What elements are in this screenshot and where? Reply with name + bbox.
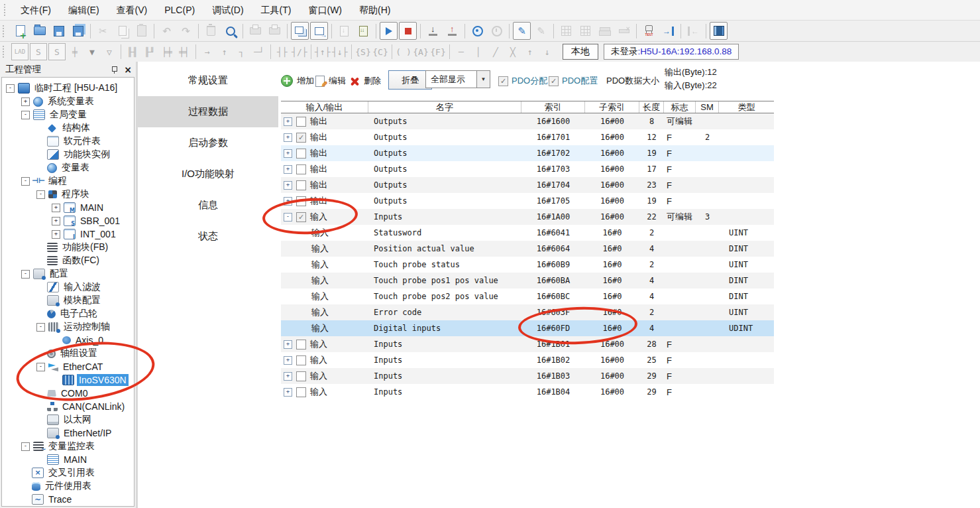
edit-pdo-button[interactable]: 编辑	[315, 75, 346, 87]
pdo-checkbox[interactable]	[296, 149, 306, 159]
pdo-row-6041[interactable]: 输入Statusword16#604116#02UINT	[281, 225, 774, 241]
expand-icon[interactable]: +	[284, 388, 292, 397]
tree-item-软元件表[interactable]: 软元件表	[2, 135, 134, 148]
pdo-row-1B01[interactable]: +输入Inputs16#1B0116#0028F	[281, 336, 774, 352]
tree-item-Axis-0[interactable]: Axis_0	[2, 334, 134, 347]
pdo-row-1702[interactable]: +输出Outputs16#170216#0019F	[281, 145, 774, 161]
pdo-checkbox[interactable]	[296, 196, 306, 206]
tree-item-Trace[interactable]: ~Trace	[2, 493, 134, 506]
run-icon[interactable]	[380, 22, 398, 40]
pdo-checkbox[interactable]: ✓	[296, 133, 306, 143]
tree-item-轴组设置[interactable]: 轴组设置	[2, 347, 134, 360]
tree-item-MAIN[interactable]: +MAIN	[2, 201, 134, 214]
expand-icon[interactable]: +	[284, 181, 292, 190]
tree-item-EtherCAT[interactable]: -EtherCAT	[2, 360, 134, 373]
pdo-row-1701[interactable]: +✓输出Outputs16#170116#0012F2	[281, 129, 774, 145]
menu-item-4[interactable]: 调试(D)	[203, 1, 252, 20]
collapse-icon[interactable]: -	[21, 177, 30, 186]
menu-item-3[interactable]: PLC(P)	[156, 1, 203, 20]
pdo-row-1A00[interactable]: -✓输入Inputs16#1A0016#0022可编辑3	[281, 209, 774, 225]
tree-item-MAIN[interactable]: MAIN	[2, 453, 134, 466]
column-header-6[interactable]: SM	[696, 101, 719, 113]
menu-item-2[interactable]: 查看(V)	[108, 1, 156, 20]
pin-icon[interactable]	[111, 66, 117, 74]
expand-icon[interactable]: +	[284, 356, 292, 365]
expand-icon[interactable]: +	[284, 117, 292, 126]
add-pdo-button[interactable]: 增加	[281, 75, 314, 87]
close-icon[interactable]: ×	[124, 65, 132, 74]
pdo-assign-checkbox[interactable]: ✓ PDO分配	[498, 75, 547, 87]
delete-pdo-button[interactable]: 删除	[350, 75, 381, 87]
download-icon[interactable]	[424, 22, 442, 40]
expand-icon[interactable]: +	[284, 133, 292, 142]
tree-item-临时工程-H5U-A16-[interactable]: -临时工程 [H5U-A16]	[2, 82, 134, 95]
tree-item-结构体[interactable]: 结构体	[2, 121, 134, 135]
tree-item-EtherNet-IP[interactable]: EtherNet/IP	[2, 426, 134, 440]
pdo-row-1705[interactable]: +输出Outputs16#170516#0019F	[281, 193, 774, 209]
tree-item-功能块实例[interactable]: 功能块实例	[2, 148, 134, 161]
pdo-checkbox[interactable]	[296, 180, 306, 190]
tab-信息[interactable]: 信息	[138, 190, 278, 221]
chevron-down-icon[interactable]: ▼	[476, 71, 490, 88]
collapse-icon[interactable]: -	[6, 84, 15, 93]
tree-item-函数-FC-[interactable]: 函数(FC)	[2, 254, 134, 267]
menu-item-5[interactable]: 工具(T)	[252, 1, 300, 20]
expand-icon[interactable]: +	[21, 97, 30, 106]
expand-icon[interactable]: +	[284, 340, 292, 349]
tree-item-CAN-CANLink-[interactable]: CAN(CANLink)	[2, 400, 134, 413]
local-mode-button[interactable]: 本地	[563, 44, 598, 60]
pdo-row-60B9[interactable]: 输入Touch probe status16#60B916#02UINT	[281, 257, 774, 273]
stop-icon[interactable]	[399, 22, 417, 40]
tab-状态[interactable]: 状态	[138, 221, 278, 252]
tree-item-程序块[interactable]: -程序块	[2, 188, 134, 201]
compile-all-icon[interactable]	[354, 22, 372, 40]
tree-item-SBR-001[interactable]: +SBR_001	[2, 214, 134, 227]
tab-常规设置[interactable]: 常规设置	[138, 65, 278, 96]
tree-item-配置[interactable]: -配置	[2, 267, 134, 281]
tree-item-INT-001[interactable]: +INT_001	[2, 227, 134, 241]
pdo-checkbox[interactable]	[296, 387, 306, 397]
pdo-row-1B03[interactable]: +输入Inputs16#1B0316#0029F	[281, 368, 774, 384]
menu-item-7[interactable]: 帮助(H)	[351, 1, 399, 20]
expand-icon[interactable]: +	[284, 197, 292, 206]
pdo-row-1B04[interactable]: +输入Inputs16#1B0416#0029F	[281, 384, 774, 400]
tab-I/O功能映射[interactable]: I/O功能映射	[138, 159, 278, 190]
collapse-icon[interactable]: -	[21, 442, 30, 451]
column-header-7[interactable]: 类型	[719, 101, 774, 113]
expand-icon[interactable]: +	[52, 230, 60, 239]
expand-icon[interactable]: +	[284, 149, 292, 158]
tree-item-变量表[interactable]: 变量表	[2, 161, 134, 174]
save-icon[interactable]	[50, 22, 68, 40]
column-header-2[interactable]: 索引	[521, 101, 585, 113]
column-header-0[interactable]: 输入/输出	[281, 101, 368, 113]
upload-icon[interactable]	[443, 22, 461, 40]
open-project-icon[interactable]	[30, 22, 48, 40]
expand-icon[interactable]: +	[284, 165, 292, 174]
pdo-row-60FD[interactable]: 输入Digital inputs16#60FD16#04UDINT	[281, 320, 774, 336]
tree-item-以太网[interactable]: 以太网	[2, 413, 134, 426]
pdo-row-1704[interactable]: +输出Outputs16#170416#0023F	[281, 177, 774, 193]
collapse-icon[interactable]: -	[21, 111, 30, 119]
column-header-4[interactable]: 长度	[639, 101, 664, 113]
pdo-checkbox[interactable]	[296, 355, 306, 365]
pdo-row-1B02[interactable]: +输入Inputs16#1B0216#0025F	[281, 352, 774, 368]
pdo-checkbox[interactable]	[296, 340, 306, 349]
monitor-icon[interactable]	[468, 22, 486, 40]
online-edit-icon[interactable]: ✎	[513, 22, 531, 40]
save-all-icon[interactable]	[69, 22, 87, 40]
display-filter-dropdown[interactable]: 全部显示 ▼	[425, 70, 490, 88]
collapse-icon[interactable]: -	[36, 363, 45, 371]
collapse-icon[interactable]: -	[21, 270, 30, 279]
search-icon[interactable]	[221, 22, 239, 40]
tree-item-输入滤波[interactable]: 输入滤波	[2, 281, 134, 294]
pdo-row-60BA[interactable]: 输入Touch probe pos1 pos value16#60BA16#04…	[281, 273, 774, 288]
pdo-row-1600[interactable]: +输出Outputs16#160016#008可编辑	[281, 113, 774, 129]
login-status[interactable]: 未登录:H5U-16A:192.168.0.88	[604, 44, 739, 60]
tree-item-模块配置[interactable]: 模块配置	[2, 294, 134, 307]
pdo-checkbox[interactable]	[296, 164, 306, 174]
pdo-checkbox[interactable]: ✓	[296, 212, 306, 222]
window-export-icon[interactable]	[310, 22, 328, 40]
column-header-5[interactable]: 标志	[664, 101, 696, 113]
tree-item-变量监控表[interactable]: -变量监控表	[2, 440, 134, 453]
collapse-icon[interactable]: -	[36, 190, 45, 199]
